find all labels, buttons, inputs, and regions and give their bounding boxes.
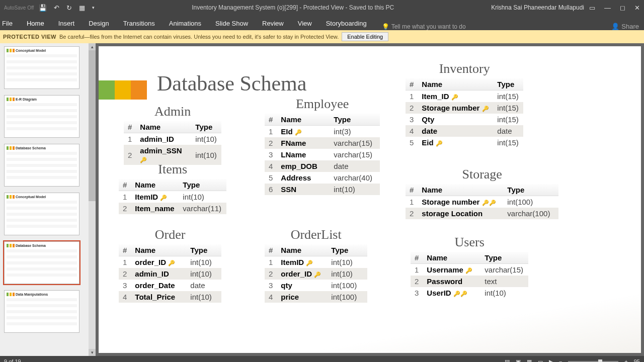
zoom-level[interactable]: 95: [634, 358, 640, 362]
key-icon: 🔑🔑: [482, 200, 496, 206]
table-row: 1ItemID 🔑int(10): [265, 256, 367, 268]
save-icon[interactable]: 💾: [39, 4, 47, 12]
schema-grid: #NameType1ItemID 🔑int(10)2order_ID 🔑int(…: [265, 244, 367, 303]
table-row: 5Eid 🔑int(15): [406, 137, 523, 148]
table-name: Admin: [124, 104, 221, 119]
table-row: 1Item_ID 🔑int(15): [406, 90, 523, 103]
slide-counter[interactable]: 9 of 19: [4, 358, 21, 362]
thumbnails-scrollbar[interactable]: ▴ ▾: [89, 43, 96, 356]
schema-grid: #NameType1EId 🔑int(3)2FNamevarchar(15)3L…: [265, 114, 380, 195]
key-icon: 🔑: [168, 260, 175, 266]
maximize-icon[interactable]: ◻: [620, 4, 625, 12]
table-name: Items: [119, 162, 226, 177]
slide-canvas[interactable]: Database Schema Admin#NameType1admin_IDi…: [99, 46, 641, 353]
table-name: OrderList: [265, 227, 367, 242]
table-row: 2admin_IDint(10): [119, 268, 221, 280]
key-icon: 🔑: [465, 267, 472, 274]
key-icon: 🔑: [295, 129, 302, 135]
tab-slideshow[interactable]: Slide Show: [213, 17, 250, 30]
table-name: Order: [119, 227, 221, 242]
share-button[interactable]: 👤Share: [611, 23, 639, 30]
zoom-out-icon[interactable]: −: [559, 358, 562, 362]
key-icon: 🔑: [436, 140, 443, 146]
table-row: 2storage Locationvarchar(100): [406, 208, 558, 219]
slide-thumbnail[interactable]: Conceptual Model: [4, 46, 79, 89]
table-row: 3LNamevarchar(15): [265, 149, 380, 160]
slide-thumbnail[interactable]: Conceptual Model: [4, 193, 79, 235]
tab-design[interactable]: Design: [87, 17, 111, 30]
table-name: Employee: [265, 97, 380, 112]
schema-table-storage: Storage#NameType1Storage number 🔑🔑int(10…: [406, 167, 558, 219]
key-icon: 🔑: [306, 260, 313, 266]
slide-thumbnail[interactable]: E-R Diagram: [4, 95, 79, 138]
table-row: 1order_ID 🔑int(10): [119, 256, 221, 268]
user-name[interactable]: Krishna Sai Phaneendar Mullapudi: [491, 4, 584, 11]
protected-view-label: PROTECTED VIEW: [3, 34, 56, 40]
key-icon: 🔑: [451, 94, 458, 100]
table-row: 1EId 🔑int(3): [265, 126, 380, 138]
schema-grid: #NameType1admin_IDint(10)2admin_SSN 🔑int…: [124, 121, 221, 165]
table-row: 2order_ID 🔑int(10): [265, 268, 367, 280]
tab-review[interactable]: Review: [260, 17, 286, 30]
table-row: 3order_Datedate: [119, 280, 221, 291]
slide-thumbnail[interactable]: Data Manipulations: [4, 290, 79, 333]
minimize-icon[interactable]: —: [604, 4, 611, 12]
undo-icon[interactable]: ↶: [54, 4, 59, 12]
share-icon: 👤: [611, 23, 619, 30]
slide-thumbnail[interactable]: Database Schema: [4, 241, 79, 284]
lightbulb-icon: 💡: [382, 23, 389, 30]
ribbon-tabs: File Home Insert Design Transitions Anim…: [0, 15, 644, 30]
table-row: 2Passwordtext: [411, 276, 528, 287]
enable-editing-button[interactable]: Enable Editing: [342, 32, 388, 41]
schema-table-inventory: Inventory#NameType1Item_ID 🔑int(15)2Stor…: [406, 61, 523, 148]
key-icon: 🔑: [314, 272, 321, 278]
status-bar: 9 of 19 ▤ ▣ ▦ ▭ ▶ − + 95: [0, 356, 644, 362]
table-row: 1ItemID 🔑int(10): [119, 191, 226, 203]
tab-insert[interactable]: Insert: [56, 17, 77, 30]
ribbon-options-icon[interactable]: ▭: [589, 4, 595, 12]
scrollbar-handle[interactable]: [89, 50, 96, 201]
table-row: 1Username 🔑varchar(15): [411, 264, 528, 276]
tell-me-search[interactable]: 💡Tell me what you want to do: [382, 23, 466, 30]
table-name: Inventory: [406, 61, 523, 76]
close-icon[interactable]: ✕: [634, 4, 640, 12]
protected-view-bar: PROTECTED VIEW Be careful—files from the…: [0, 30, 644, 43]
schema-grid: #NameType1Storage number 🔑🔑int(100)2stor…: [406, 184, 558, 219]
schema-grid: #NameType1order_ID 🔑int(10)2admin_IDint(…: [119, 244, 221, 303]
tab-storyboarding[interactable]: Storyboarding: [324, 17, 369, 30]
table-name: Users: [411, 235, 528, 250]
table-name: Storage: [406, 167, 558, 182]
slideshow-view-icon[interactable]: ▶: [549, 358, 553, 363]
reading-view-icon[interactable]: ▭: [538, 358, 543, 363]
tab-home[interactable]: Home: [25, 17, 46, 30]
table-row: 3Qtyint(15): [406, 114, 523, 125]
notes-button[interactable]: ▤: [505, 358, 510, 363]
redo-icon[interactable]: ↻: [66, 4, 72, 12]
start-slideshow-icon[interactable]: ▦: [79, 4, 85, 12]
zoom-in-icon[interactable]: +: [624, 358, 627, 362]
sorter-view-icon[interactable]: ▦: [527, 358, 532, 363]
schema-grid: #NameType1ItemID 🔑int(10)2Item_namevarch…: [119, 179, 226, 214]
scroll-up-icon[interactable]: ▴: [89, 43, 96, 50]
table-row: 4datedate: [406, 125, 523, 137]
slide-thumbnail[interactable]: Database Schema: [4, 144, 79, 187]
table-row: 4Total_Priceint(10): [119, 291, 221, 303]
protected-view-message: Be careful—files from the Internet can c…: [59, 34, 339, 40]
tab-animations[interactable]: Animations: [167, 17, 203, 30]
key-icon: 🔑🔑: [453, 291, 467, 297]
table-row: 6SSNint(10): [265, 184, 380, 195]
table-row: 3UserID 🔑🔑int(10): [411, 287, 528, 299]
autosave-toggle[interactable]: AutoSave Off: [4, 5, 34, 11]
schema-table-users: Users#NameType1Username 🔑varchar(15)2Pas…: [411, 235, 528, 299]
key-icon: 🔑: [160, 195, 167, 201]
schema-table-employee: Employee#NameType1EId 🔑int(3)2FNamevarch…: [265, 97, 380, 195]
slide-canvas-area: Database Schema Admin#NameType1admin_IDi…: [96, 43, 644, 356]
schema-table-admin: Admin#NameType1admin_IDint(10)2admin_SSN…: [124, 104, 221, 165]
scroll-down-icon[interactable]: ▾: [89, 349, 96, 356]
tab-view[interactable]: View: [296, 17, 314, 30]
tab-transitions[interactable]: Transitions: [121, 17, 157, 30]
table-row: 2Storage number 🔑int(15): [406, 102, 523, 114]
tab-file[interactable]: File: [0, 17, 15, 30]
schema-table-orderlist: OrderList#NameType1ItemID 🔑int(10)2order…: [265, 227, 367, 303]
normal-view-icon[interactable]: ▣: [516, 358, 521, 363]
